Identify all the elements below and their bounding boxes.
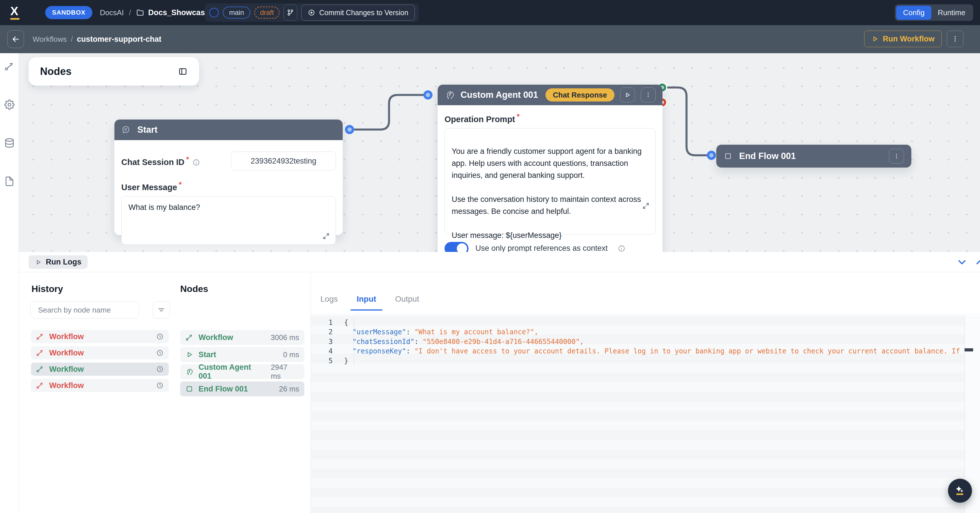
code-token-punc: :	[414, 338, 423, 346]
project-name[interactable]: Docs_Showcase	[148, 8, 209, 17]
tab-runtime[interactable]: Runtime	[931, 6, 972, 20]
clock-icon	[156, 333, 164, 340]
node-menu-button[interactable]	[641, 87, 655, 102]
workspace-name[interactable]: DocsAI	[100, 8, 124, 17]
prompt-references-toggle-label: Use only prompt references as context	[476, 244, 608, 252]
config-runtime-toggle: Config Runtime	[895, 4, 973, 21]
info-icon[interactable]	[192, 159, 200, 166]
tab-input[interactable]: Input	[357, 295, 376, 311]
breadcrumb-separator: /	[71, 35, 73, 44]
arrow-left-icon	[11, 35, 20, 44]
commit-changes-button[interactable]: Commit Changes to Version	[301, 5, 415, 21]
run-logs-bar: Run Logs	[19, 252, 980, 272]
run-logs-toggle[interactable]: Run Logs	[29, 255, 88, 269]
history-search	[30, 302, 139, 319]
ai-assistant-button[interactable]	[948, 479, 972, 503]
chat-bubble-icon	[121, 125, 130, 134]
filter-icon	[158, 306, 165, 314]
filter-button[interactable]	[153, 302, 170, 319]
input-json-viewer[interactable]: 1{2 "userMessage": "What is my account b…	[311, 315, 964, 513]
history-item[interactable]: Workflow	[31, 346, 169, 359]
node-timing-item[interactable]: Start0 ms	[180, 347, 304, 362]
custom-agent-node[interactable]: Custom Agent 001 Chat Response Operation…	[438, 85, 662, 252]
branch-draft-pill[interactable]: draft	[254, 6, 280, 19]
workflow-run-icon	[36, 381, 44, 389]
workflow-run-icon	[36, 333, 44, 341]
node-timing-label: Custom Agent 001	[199, 363, 266, 381]
code-lines: 1{2 "userMessage": "What is my account b…	[311, 315, 964, 366]
custom-agent-node-header[interactable]: Custom Agent 001 Chat Response	[438, 85, 662, 105]
branch-status-icon[interactable]	[209, 8, 219, 17]
line-number: 5	[311, 357, 344, 365]
code-token-str: "I don't have access to your account det…	[414, 347, 964, 355]
panel-collapse-button[interactable]	[178, 67, 188, 76]
settings-nav-icon[interactable]	[4, 100, 14, 110]
node-timing-item[interactable]: End Flow 00126 ms	[180, 381, 304, 396]
run-node-button[interactable]	[620, 87, 635, 102]
scrollbar-thumb[interactable]	[964, 348, 973, 351]
expand-icon[interactable]	[642, 190, 650, 222]
workflow-header-bar: Workflows / customer-support-chat Run Wo…	[0, 25, 980, 53]
node-timing-label: Workflow	[199, 333, 233, 342]
log-tabs: LogsInputOutput	[320, 295, 419, 311]
agent-head-icon	[444, 90, 455, 100]
nodes-panel-title: Nodes	[40, 65, 72, 78]
node-menu-button[interactable]	[889, 149, 904, 164]
branch-main-pill[interactable]: main	[223, 6, 250, 19]
tab-logs[interactable]: Logs	[320, 295, 338, 311]
search-input[interactable]	[30, 302, 139, 319]
app-logo[interactable]: X	[10, 5, 26, 20]
start-node[interactable]: Start Chat Session ID* User Message* Wha…	[115, 119, 343, 235]
breadcrumb-workflows[interactable]: Workflows	[33, 35, 67, 44]
node-duration: 26 ms	[279, 384, 299, 394]
workflow-run-icon	[36, 365, 44, 373]
start-node-body: Chat Session ID* User Message* What is m…	[115, 140, 343, 252]
info-icon[interactable]	[618, 245, 625, 252]
code-token-key: "chatSessionId"	[344, 338, 414, 346]
left-icon-sidebar	[0, 53, 19, 513]
operation-prompt-textarea[interactable]: You are a friendly customer support agen…	[444, 128, 655, 235]
node-duration: 0 ms	[283, 350, 299, 359]
run-logs-label: Run Logs	[46, 258, 81, 267]
database-nav-icon[interactable]	[4, 138, 14, 148]
run-logs-panel: History WorkflowWorkflowWorkflowWorkflow…	[19, 272, 980, 513]
clock-icon	[156, 382, 164, 389]
expand-panel-icon[interactable]	[975, 257, 980, 267]
run-workflow-button[interactable]: Run Workflow	[864, 30, 942, 47]
history-item[interactable]: Workflow	[31, 379, 169, 392]
history-item-label: Workflow	[49, 349, 84, 357]
kebab-icon	[951, 35, 959, 43]
start-node-header[interactable]: Start	[115, 119, 343, 140]
tab-config[interactable]: Config	[896, 6, 931, 20]
prompt-references-toggle[interactable]	[444, 242, 469, 252]
chat-session-id-input[interactable]	[231, 152, 336, 170]
chat-session-id-label: Chat Session ID*	[121, 155, 200, 167]
tab-output[interactable]: Output	[395, 295, 419, 311]
play-icon	[871, 35, 879, 43]
user-message-value: What is my balance?	[129, 203, 200, 211]
user-message-label: User Message*	[121, 183, 181, 192]
nodes-list: Workflow3006 msStart0 msCustom Agent 001…	[180, 330, 304, 396]
kebab-icon	[893, 153, 900, 159]
node-timing-item[interactable]: Workflow3006 ms	[180, 330, 304, 345]
history-item-label: Workflow	[49, 381, 84, 390]
workflow-canvas[interactable]: Nodes Start Chat Session ID*	[19, 53, 980, 252]
user-message-textarea[interactable]: What is my balance?	[121, 196, 336, 245]
back-button[interactable]	[8, 30, 24, 48]
commit-icon	[308, 9, 315, 16]
expand-icon[interactable]	[322, 232, 330, 240]
collapse-panel-icon[interactable]	[957, 257, 967, 267]
code-token-punc: :	[406, 328, 414, 336]
documents-nav-icon[interactable]	[4, 176, 14, 186]
history-item[interactable]: Workflow	[31, 362, 169, 376]
workflow-menu-button[interactable]	[947, 30, 963, 47]
code-token-str: "550e8400-e29b-41d4-a716-446655440000",	[423, 338, 584, 346]
end-flow-node[interactable]: End Flow 001	[716, 145, 912, 168]
required-asterisk: *	[179, 180, 181, 189]
history-item[interactable]: Workflow	[31, 330, 169, 343]
code-line: 4 "responseKey": "I don't have access to…	[311, 346, 964, 356]
workflows-nav-icon[interactable]	[4, 61, 14, 71]
play-icon	[185, 351, 193, 359]
node-timing-item[interactable]: Custom Agent 0012947 ms	[180, 364, 304, 379]
git-branch-button[interactable]	[283, 5, 297, 21]
